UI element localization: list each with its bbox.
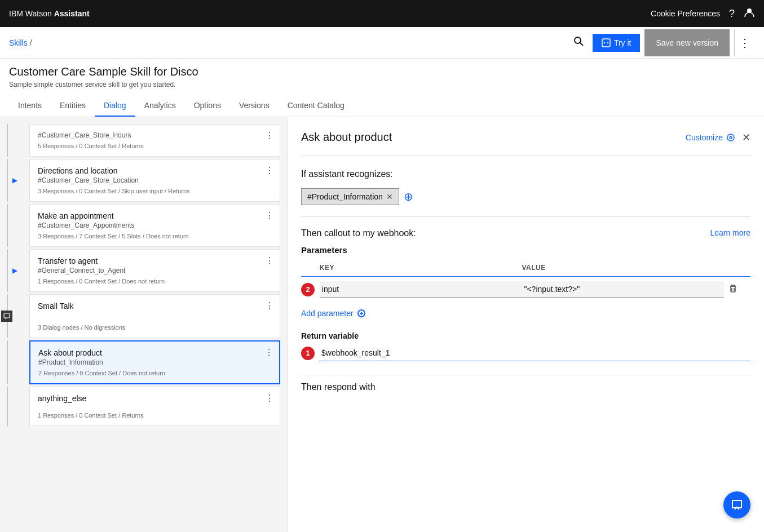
- param-value-input[interactable]: [522, 281, 724, 298]
- param-key-input[interactable]: [320, 281, 522, 298]
- then-respond-title: Then respond with: [301, 382, 750, 392]
- connector-line: [7, 249, 8, 292]
- node-menu-button[interactable]: ⋮: [265, 130, 274, 141]
- return-variable-input[interactable]: [319, 345, 750, 361]
- return-variable-row: 1: [301, 345, 750, 361]
- condition-row: #Product_Information ✕ ⊕: [301, 188, 750, 205]
- connector-line: [7, 124, 8, 157]
- condition-chip: #Product_Information ✕: [301, 188, 399, 205]
- customize-label: Customize: [686, 133, 723, 142]
- node-title: anything_else: [38, 394, 272, 403]
- svg-line-2: [580, 43, 583, 46]
- header-actions: Customize ✕: [686, 131, 750, 144]
- page-title: Customer Care Sample Skill for Disco: [9, 65, 755, 78]
- parameters-section: Parameters KEY VALUE 2: [301, 245, 750, 318]
- tab-dialog[interactable]: Dialog: [95, 95, 135, 117]
- dialog-node-directions[interactable]: ⋮ Directions and location #Customer_Care…: [29, 159, 280, 202]
- breadcrumb-separator: /: [30, 38, 32, 47]
- node-menu-button[interactable]: ⋮: [265, 165, 274, 176]
- section-divider: [301, 216, 750, 217]
- node-intent: #General_Connect_to_Agent: [38, 267, 272, 274]
- save-new-version-button[interactable]: Save new version: [644, 29, 730, 56]
- svg-point-1: [575, 37, 581, 43]
- node-title: Transfer to agent: [38, 256, 272, 265]
- tab-options[interactable]: Options: [185, 95, 230, 117]
- node-meta: 3 Responses / 7 Context Set / 5 Slots / …: [38, 233, 272, 240]
- close-button[interactable]: ✕: [742, 131, 750, 144]
- dialog-node-anything-else[interactable]: ⋮ anything_else 1 Responses / 0 Context …: [29, 387, 280, 426]
- svg-rect-9: [731, 286, 735, 292]
- app-brand: IBM Watson Assistant: [9, 9, 90, 18]
- node-meta: 5 Responses / 0 Context Set / Returns: [38, 143, 272, 149]
- node-wrapper-appointment: ⋮ Make an appointment #Customer_Care_App…: [0, 204, 287, 247]
- toolbar-right: Try it Save new version ⋮: [569, 29, 755, 56]
- node-meta: 3 Responses / 0 Context Set / Skip user …: [38, 188, 272, 194]
- node-name-input[interactable]: [301, 131, 571, 144]
- tab-content-catalog[interactable]: Content Catalog: [279, 95, 354, 117]
- dialog-node-small-talk[interactable]: ⋮ Small Talk 3 Dialog nodes / No digress…: [29, 294, 280, 338]
- parameters-title: Parameters: [301, 245, 750, 255]
- tab-entities[interactable]: Entities: [51, 95, 95, 117]
- node-wrapper-small-talk: ⋮ Small Talk 3 Dialog nodes / No digress…: [0, 294, 287, 338]
- node-title: Small Talk: [38, 302, 272, 311]
- node-menu-button[interactable]: ⋮: [264, 347, 273, 358]
- connector-line: [7, 204, 8, 247]
- node-expand-arrow[interactable]: ▶: [12, 176, 17, 184]
- webhook-header: Then callout to my webhook: Learn more: [301, 228, 750, 238]
- webhook-title: Then callout to my webhook:: [301, 228, 416, 238]
- overflow-menu-button[interactable]: ⋮: [734, 29, 755, 56]
- nav-right: Cookie Preferences ?: [651, 7, 755, 21]
- return-variable-title: Return variable: [301, 331, 750, 340]
- node-menu-button[interactable]: ⋮: [265, 393, 274, 404]
- connector-line: [7, 387, 8, 426]
- chat-fab-button[interactable]: [723, 491, 750, 518]
- connector-line: [7, 340, 8, 384]
- delete-param-button[interactable]: [724, 282, 742, 298]
- add-param-label: Add parameter: [301, 309, 354, 318]
- customize-button[interactable]: Customize: [686, 133, 735, 142]
- add-parameter-button[interactable]: Add parameter: [301, 309, 366, 318]
- svg-point-8: [730, 136, 732, 139]
- tab-analytics[interactable]: Analytics: [135, 95, 185, 117]
- node-menu-button[interactable]: ⋮: [265, 255, 274, 266]
- add-condition-button[interactable]: ⊕: [404, 190, 413, 203]
- node-wrapper-store-hours: ⋮ #Customer_Care_Store_Hours 5 Responses…: [0, 124, 287, 157]
- node-wrapper-directions: ▶ ⋮ Directions and location #Customer_Ca…: [0, 159, 287, 202]
- return-var-number: 1: [301, 347, 315, 360]
- brand-area: IBM Watson Assistant: [9, 9, 90, 18]
- try-it-label: Try it: [614, 38, 631, 47]
- node-intent: #Product_Information: [38, 358, 271, 366]
- svg-point-5: [607, 42, 608, 43]
- tab-versions[interactable]: Versions: [230, 95, 279, 117]
- page-subtitle: Sample simple customer service skill to …: [9, 81, 755, 88]
- node-title: Make an appointment: [38, 211, 272, 220]
- svg-point-4: [604, 42, 605, 43]
- node-menu-button[interactable]: ⋮: [265, 210, 274, 221]
- key-col-header: KEY: [320, 261, 522, 277]
- dialog-node-ask-product[interactable]: ⋮ Ask about product #Product_Information…: [29, 340, 280, 384]
- then-respond-section: Then respond with: [301, 375, 750, 392]
- dialog-node-store-hours[interactable]: ⋮ #Customer_Care_Store_Hours 5 Responses…: [29, 124, 280, 157]
- breadcrumb-skills-link[interactable]: Skills: [9, 38, 28, 47]
- parameters-table: KEY VALUE 2: [301, 261, 750, 302]
- recognizes-title: If assistant recognizes:: [301, 169, 750, 179]
- user-avatar-icon[interactable]: [744, 7, 755, 21]
- dialog-node-transfer[interactable]: ⋮ Transfer to agent #General_Connect_to_…: [29, 249, 280, 292]
- dialog-tree-panel: ⋮ #Customer_Care_Store_Hours 5 Responses…: [0, 117, 288, 532]
- condition-chip-label: #Product_Information: [307, 192, 383, 201]
- node-expand-arrow[interactable]: ▶: [12, 267, 17, 274]
- learn-more-link[interactable]: Learn more: [710, 228, 750, 237]
- node-wrapper-anything-else: ⋮ anything_else 1 Responses / 0 Context …: [0, 387, 287, 426]
- svg-rect-6: [4, 313, 10, 318]
- svg-rect-3: [602, 39, 610, 47]
- try-it-button[interactable]: Try it: [593, 34, 641, 52]
- help-icon[interactable]: ?: [729, 8, 735, 20]
- node-menu-button[interactable]: ⋮: [265, 300, 274, 311]
- dialog-node-appointment[interactable]: ⋮ Make an appointment #Customer_Care_App…: [29, 204, 280, 247]
- node-meta: 1 Responses / 0 Context Set / Returns: [38, 412, 272, 419]
- connector-line: [7, 159, 8, 202]
- tab-intents[interactable]: Intents: [9, 95, 51, 117]
- search-button[interactable]: [569, 32, 588, 54]
- condition-chip-remove[interactable]: ✕: [386, 192, 393, 201]
- cookie-preferences-link[interactable]: Cookie Preferences: [651, 9, 720, 18]
